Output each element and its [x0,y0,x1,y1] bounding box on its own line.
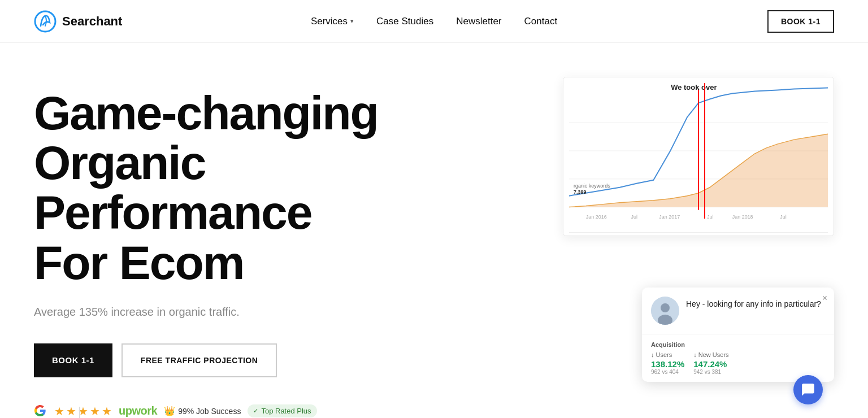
svg-point-0 [35,11,55,32]
check-icon: ✓ [253,407,258,415]
chat-header: Hey - looking for any info in particular… [642,288,834,334]
nav-menu: Services ▾ Case Studies Newsletter Conta… [311,16,557,27]
google-icon [34,404,47,418]
nav-item-services[interactable]: Services ▾ [311,16,354,27]
case-studies-link[interactable]: Case Studies [376,16,433,27]
chart-annotation: We took over [671,83,717,92]
star-rating: ★ ★ ★ ★ ★ [54,404,112,418]
chart-legend: #1-3 #4-10 #11-100 [569,232,828,236]
svg-text:Jul: Jul [631,214,637,220]
hero-visual: We took over Jan 2016 Jul Jan 2017 Jul J… [418,77,834,416]
upwork-logo: upwork [119,404,157,417]
svg-text:rganic keywords: rganic keywords [574,183,610,189]
svg-text:Jan 2018: Jan 2018 [732,214,753,220]
hero-section: Game-changing Organic Performance For Ec… [0,43,868,418]
nav-item-newsletter[interactable]: Newsletter [456,16,501,27]
chart-svg: Jan 2016 Jul Jan 2017 Jul Jan 2018 Jul r… [569,83,828,230]
services-link[interactable]: Services ▾ [311,16,354,27]
new-users-value: 147.24% [693,359,728,369]
close-icon[interactable]: × [822,293,827,303]
hero-content: Game-changing Organic Performance For Ec… [34,77,429,418]
nav-item-contact[interactable]: Contact [524,16,558,27]
nav-book-button[interactable]: BOOK 1-1 [767,10,834,33]
chart-card: We took over Jan 2016 Jul Jan 2017 Jul J… [563,77,834,236]
chat-message: Hey - looking for any info in particular… [686,297,821,310]
chat-bubble-button[interactable] [793,375,823,404]
job-success-badge: 👑 99% Job Success [164,406,241,416]
brand-name: Searchant [62,14,122,29]
chat-metrics: ↓ Users 138.12% 962 vs 404 ↓ New Users 1… [651,351,825,375]
decorative-line [79,407,80,418]
hero-buttons: BOOK 1-1 FREE TRAFFIC PROJECTION [34,343,429,377]
trust-bar: ★ ★ ★ ★ ★ upwork 👑 99% Job Success ✓ Top… [34,404,429,418]
hero-subtitle: Average 135% increase in organic traffic… [34,306,429,319]
svg-text:Jul: Jul [707,214,713,220]
avatar [651,297,679,325]
chevron-down-icon: ▾ [350,18,354,25]
top-rated-badge: ✓ Top Rated Plus [248,404,316,417]
svg-point-16 [661,303,670,312]
services-label: Services [311,16,348,27]
acquisition-header: Acquisition [651,341,825,348]
crown-icon: 👑 [164,406,175,416]
chart-vertical-line [704,83,705,219]
contact-link[interactable]: Contact [524,16,558,27]
chart-area: We took over Jan 2016 Jul Jan 2017 Jul J… [563,77,834,236]
users-metric: ↓ Users 138.12% 962 vs 404 [651,351,684,375]
logo-icon [34,10,57,33]
newsletter-link[interactable]: Newsletter [456,16,501,27]
svg-text:Jul: Jul [780,214,786,220]
navigation: Searchant Services ▾ Case Studies Newsle… [0,0,868,43]
chat-widget: Hey - looking for any info in particular… [642,288,834,382]
brand-logo[interactable]: Searchant [34,10,122,33]
traffic-projection-button[interactable]: FREE TRAFFIC PROJECTION [121,343,277,377]
svg-text:Jan 2017: Jan 2017 [659,214,680,220]
svg-text:7,399: 7,399 [574,189,586,195]
new-users-metric: ↓ New Users 147.24% 942 vs 381 [693,351,728,375]
svg-text:Jan 2016: Jan 2016 [586,214,607,220]
chat-metrics-preview: Acquisition ↓ Users 138.12% 962 vs 404 ↓… [642,334,834,382]
book-button[interactable]: BOOK 1-1 [34,343,112,377]
hero-title: Game-changing Organic Performance For Ec… [34,88,429,288]
users-value: 138.12% [651,359,684,369]
nav-item-case-studies[interactable]: Case Studies [376,16,433,27]
